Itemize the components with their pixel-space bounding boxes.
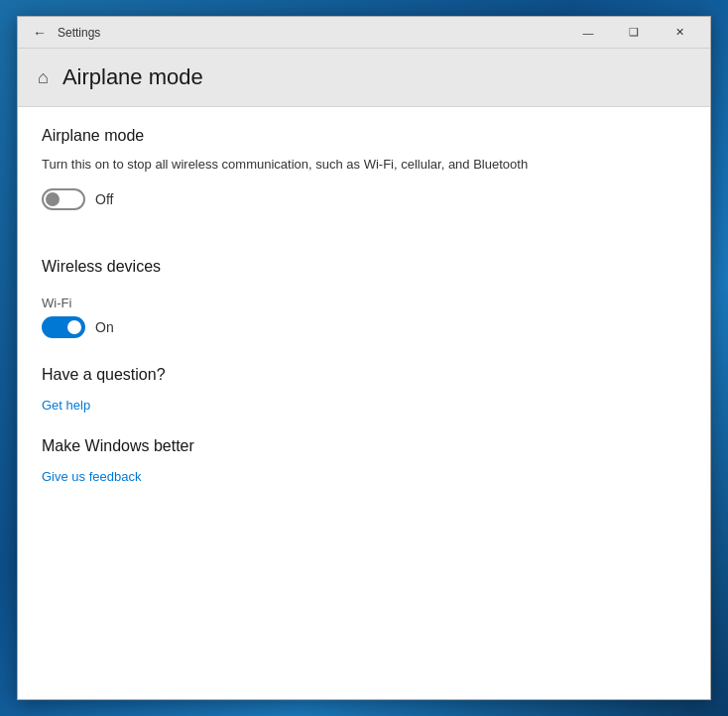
content-area: Airplane mode Turn this on to stop all w… bbox=[18, 107, 710, 699]
wifi-label: Wi-Fi bbox=[42, 296, 686, 310]
wifi-toggle-label: On bbox=[95, 319, 114, 335]
give-feedback-link[interactable]: Give us feedback bbox=[42, 469, 141, 484]
airplane-mode-toggle-label: Off bbox=[95, 191, 113, 207]
titlebar: ← Settings — ❑ ✕ bbox=[18, 17, 710, 49]
feedback-section-title: Make Windows better bbox=[42, 437, 686, 455]
airplane-mode-description: Turn this on to stop all wireless commun… bbox=[42, 155, 686, 175]
wireless-devices-title: Wireless devices bbox=[42, 258, 686, 276]
close-button[interactable]: ✕ bbox=[657, 17, 702, 49]
home-icon: ⌂ bbox=[38, 67, 49, 88]
wifi-toggle-knob bbox=[67, 320, 81, 334]
airplane-mode-toggle-row: Off bbox=[42, 188, 686, 210]
wifi-toggle-track bbox=[42, 316, 85, 338]
minimize-button[interactable]: — bbox=[565, 17, 611, 49]
airplane-mode-section: Airplane mode Turn this on to stop all w… bbox=[42, 127, 686, 210]
get-help-link[interactable]: Get help bbox=[42, 398, 90, 413]
wifi-toggle-row: On bbox=[42, 316, 686, 338]
wifi-subsection: Wi-Fi On bbox=[42, 296, 686, 338]
airplane-mode-title: Airplane mode bbox=[42, 127, 686, 145]
page-title: Airplane mode bbox=[62, 64, 203, 90]
airplane-mode-toggle-knob bbox=[46, 192, 60, 206]
titlebar-controls: — ❑ ✕ bbox=[565, 17, 702, 49]
help-section-title: Have a question? bbox=[42, 366, 686, 384]
wifi-toggle[interactable] bbox=[42, 316, 85, 338]
restore-button[interactable]: ❑ bbox=[611, 17, 657, 49]
feedback-section: Make Windows better Give us feedback bbox=[42, 437, 686, 485]
help-section: Have a question? Get help bbox=[42, 366, 686, 414]
settings-window: ← Settings — ❑ ✕ ⌂ Airplane mode Airplan… bbox=[17, 16, 711, 700]
page-header: ⌂ Airplane mode bbox=[18, 49, 710, 107]
divider-1 bbox=[42, 218, 686, 238]
titlebar-title: Settings bbox=[58, 26, 565, 40]
airplane-mode-toggle-track bbox=[42, 188, 85, 210]
divider-2 bbox=[42, 286, 686, 296]
wireless-devices-section: Wireless devices Wi-Fi On bbox=[42, 258, 686, 338]
back-button[interactable]: ← bbox=[26, 19, 54, 47]
airplane-mode-toggle[interactable] bbox=[42, 188, 85, 210]
